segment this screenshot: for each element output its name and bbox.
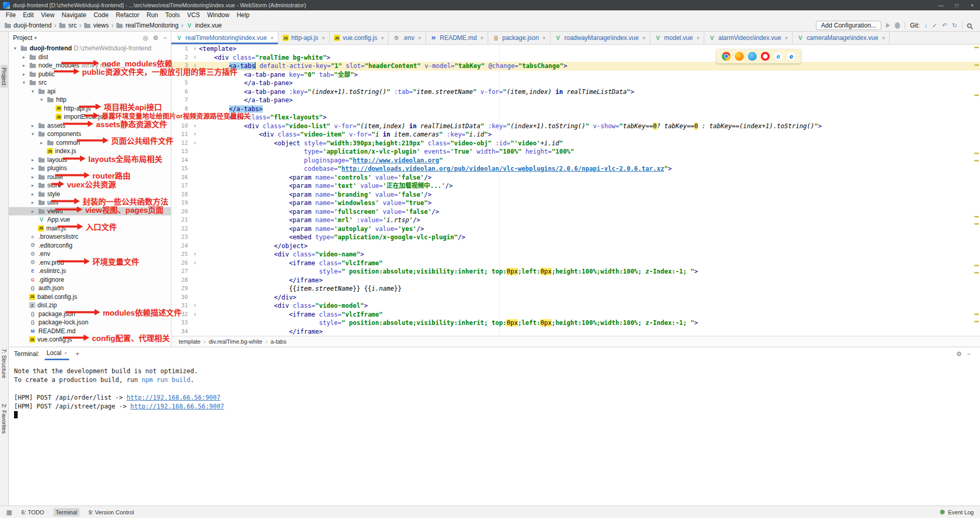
fold-icon[interactable]: ∨ [191, 53, 199, 62]
run-icon[interactable] [886, 23, 890, 28]
safari-browser-icon[interactable] [748, 52, 757, 61]
close-tab-icon[interactable]: × [642, 35, 646, 41]
line-number[interactable]: 23 [171, 233, 191, 242]
line-number[interactable]: 5 [171, 79, 191, 88]
editor-tab-README.md[interactable]: MREADME.md× [426, 32, 488, 44]
chevron-closed-icon[interactable]: ▸ [30, 174, 36, 180]
breadcrumb-item-index.vue[interactable]: Vindex.vue [186, 22, 222, 29]
tree-item-index.js[interactable]: JSindex.js [9, 147, 171, 156]
tree-item-common[interactable]: ▸common [9, 139, 171, 147]
menu-run[interactable]: Run [143, 10, 162, 20]
chevron-closed-icon[interactable]: ▸ [30, 209, 36, 214]
close-tab-icon[interactable]: × [381, 35, 384, 41]
line-number[interactable]: 14 [171, 156, 191, 165]
breadcrumb-item-views[interactable]: views [84, 22, 109, 29]
tree-item-vue.config.js[interactable]: JSvue.config.js [9, 335, 171, 344]
editor-tab-.env[interactable]: ⚙.env× [388, 32, 426, 44]
chevron-open-icon[interactable]: ▾ [30, 89, 36, 94]
editor-tab-realTimeMonitoring\index.vue[interactable]: VrealTimeMonitoring\index.vue× [171, 32, 278, 44]
tree-item-plugins[interactable]: ▸plugins [9, 164, 171, 173]
tree-item-auth.json[interactable]: {}auth.json [9, 284, 171, 293]
line-number[interactable]: 25 [171, 250, 191, 259]
maximize-button[interactable]: □ [949, 0, 964, 10]
line-number[interactable]: 28 [171, 276, 191, 285]
fold-icon[interactable]: ∨ [191, 113, 199, 122]
locate-icon[interactable]: ◎ [143, 34, 148, 42]
ie-browser-icon[interactable]: e [774, 52, 783, 61]
stripe-mark[interactable] [974, 153, 979, 154]
line-number[interactable]: 34 [171, 328, 191, 336]
stripe-mark[interactable] [974, 64, 979, 66]
fold-icon[interactable]: ∨ [191, 310, 199, 319]
chevron-open-icon[interactable]: ▾ [30, 131, 36, 137]
editor-breadcrumb-item[interactable]: div.realTime.bg-white [209, 338, 262, 345]
chevron-closed-icon[interactable]: ▸ [21, 54, 27, 60]
statusbar-item-9-Version-Control[interactable]: 9: Version Control [87, 508, 136, 516]
tree-item-public[interactable]: ▸public [9, 70, 171, 79]
toolwindow-button-Project[interactable]: Project [1, 65, 8, 88]
collapse-icon[interactable]: − [163, 34, 167, 42]
stripe-mark[interactable] [974, 47, 979, 48]
breadcrumb-item-src[interactable]: src [59, 22, 76, 29]
editor-breadcrumb-item[interactable]: template [179, 338, 200, 345]
tree-item-.editorconfig[interactable]: ⚙.editorconfig [9, 241, 171, 250]
chevron-closed-icon[interactable]: ▸ [30, 166, 36, 171]
close-tab-icon[interactable]: × [882, 35, 885, 41]
edge-browser-icon[interactable]: e [787, 52, 796, 61]
line-number[interactable]: 6 [171, 88, 191, 97]
tree-item-dist.zip[interactable]: Zdist.zip [9, 301, 171, 310]
debug-icon[interactable] [895, 22, 900, 29]
line-number[interactable]: 3 [171, 62, 191, 71]
chevron-closed-icon[interactable]: ▸ [30, 200, 36, 205]
editor-tab-vue.config.js[interactable]: JSvue.config.js× [330, 32, 389, 44]
stripe-mark[interactable] [974, 272, 979, 274]
editor-tab-cameraManage\index.vue[interactable]: VcameraManage\index.vue× [793, 32, 890, 44]
stripe-mark[interactable] [974, 94, 979, 96]
fold-icon[interactable]: ∨ [191, 250, 199, 259]
line-number[interactable]: 4 [171, 71, 191, 79]
tree-item-http[interactable]: ▾http [9, 96, 171, 104]
close-tab-icon[interactable]: × [271, 35, 274, 41]
line-number[interactable]: 1 [171, 45, 191, 53]
line-number[interactable]: 9 [171, 113, 191, 122]
terminal-link[interactable]: http://192.168.66.56:9007 [127, 394, 221, 401]
fold-icon[interactable]: ∨ [191, 302, 199, 310]
fold-icon[interactable]: ∨ [191, 130, 199, 139]
chevron-open-icon[interactable]: ▾ [38, 97, 45, 102]
menu-vcs[interactable]: VCS [183, 10, 204, 20]
line-number[interactable]: 31 [171, 302, 191, 310]
chevron-open-icon[interactable]: ▾ [21, 80, 27, 85]
tree-item-router[interactable]: ▸router [9, 173, 171, 182]
chevron-closed-icon[interactable]: ▸ [38, 140, 45, 145]
tree-item-assets[interactable]: ▸assets [9, 121, 171, 130]
tree-item-package-lock.json[interactable]: {}package-lock.json [9, 318, 171, 327]
line-number[interactable]: 21 [171, 216, 191, 225]
line-number[interactable]: 29 [171, 284, 191, 293]
tree-item-duoji-frontend[interactable]: ▾duoji-frontend D:\zheheWeb\duoji-fronte… [9, 44, 171, 53]
line-number[interactable]: 30 [171, 293, 191, 302]
menu-code[interactable]: Code [90, 10, 112, 20]
close-icon[interactable]: × [64, 350, 67, 356]
line-number[interactable]: 13 [171, 147, 191, 156]
line-number[interactable]: 27 [171, 267, 191, 276]
chevron-closed-icon[interactable]: ▸ [21, 63, 27, 68]
close-tab-icon[interactable]: × [322, 35, 325, 41]
editor-tab-roadwayManage\index.vue[interactable]: VroadwayManage\index.vue× [551, 32, 650, 44]
minimize-icon[interactable]: − [967, 350, 971, 358]
line-number[interactable]: 33 [171, 319, 191, 328]
close-tab-icon[interactable]: × [543, 35, 546, 41]
line-number[interactable]: 15 [171, 165, 191, 173]
git-history-icon[interactable] [952, 22, 957, 29]
menu-edit[interactable]: Edit [19, 10, 37, 20]
tree-item-.eslintrc.js[interactable]: E.eslintrc.js [9, 267, 171, 276]
line-number[interactable]: 19 [171, 199, 191, 208]
tree-item-main.js[interactable]: JSmain.js [9, 224, 171, 233]
stripe-mark[interactable] [974, 216, 979, 217]
tree-item-node_modules[interactable]: ▸node_modules library root [9, 61, 171, 70]
toolwindow-button-7-Structure[interactable]: 7: Structure [1, 346, 8, 381]
fold-icon[interactable]: ∨ [191, 45, 199, 53]
stripe-mark[interactable] [974, 265, 979, 266]
close-tab-icon[interactable]: × [480, 35, 484, 41]
line-number[interactable]: 8 [171, 105, 191, 114]
line-number[interactable]: 18 [171, 190, 191, 199]
